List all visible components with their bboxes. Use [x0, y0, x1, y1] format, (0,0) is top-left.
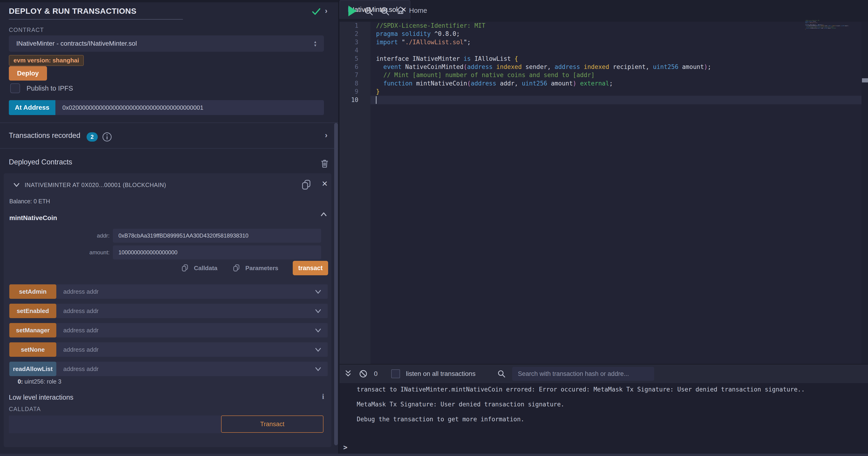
- contract-select-value: INativeMinter - contracts/INativeMinter.…: [16, 40, 137, 47]
- function-row-setEnabled: address addrsetEnabled: [9, 304, 330, 318]
- remove-contract-icon[interactable]: ✕: [321, 179, 328, 188]
- title-underline: [9, 19, 183, 20]
- fn-placeholder[interactable]: address addr: [63, 288, 314, 295]
- deploy-button[interactable]: Deploy: [9, 66, 47, 81]
- function-name: mintNativeCoin: [9, 214, 57, 222]
- publish-ipfs-checkbox[interactable]: [10, 83, 20, 93]
- terminal: 0 listen on all transactions transact to…: [340, 364, 868, 454]
- copy-address-icon[interactable]: [301, 179, 312, 191]
- fn-button-setEnabled[interactable]: setEnabled: [9, 304, 56, 318]
- tab-home[interactable]: Home: [396, 6, 427, 16]
- contract-collapse-chevron-icon[interactable]: [12, 181, 21, 189]
- code-content[interactable]: //SPDX-License-Identifier: MITpragma sol…: [376, 22, 711, 104]
- fn-button-setAdmin[interactable]: setAdmin: [9, 284, 56, 299]
- transact-button[interactable]: transact: [293, 261, 328, 275]
- code-line[interactable]: [805, 30, 862, 31]
- fn-button-setManager[interactable]: setManager: [9, 323, 56, 338]
- function-row-setNone: address addrsetNone: [9, 342, 330, 357]
- terminal-line: transact to INativeMinter.mintNativeCoin…: [357, 386, 805, 393]
- copy-calldata-icon[interactable]: [181, 264, 189, 273]
- terminal-search-input[interactable]: [512, 367, 654, 381]
- code-line[interactable]: event NativeCoinMinted(address indexed s…: [376, 63, 711, 71]
- contract-label: CONTRACT: [9, 27, 44, 33]
- pending-tx-count: 0: [374, 370, 378, 377]
- low-level-info-icon[interactable]: i: [322, 392, 324, 401]
- terminal-prompt[interactable]: >: [343, 443, 347, 451]
- editor-gutter: 12345678910: [340, 22, 365, 104]
- low-level-calldata-input[interactable]: [9, 416, 221, 433]
- amount-field-label: amount:: [4, 249, 113, 256]
- calldata-copy-label[interactable]: Calldata: [194, 264, 217, 272]
- deploy-run-panel: DEPLOY & RUN TRANSACTIONS › CONTRACT INa…: [0, 0, 339, 456]
- terminal-search-icon: [497, 369, 506, 378]
- code-line[interactable]: }: [376, 88, 711, 96]
- info-icon[interactable]: [102, 132, 112, 142]
- contract-balance: Balance: 0 ETH: [9, 198, 50, 205]
- zoom-out-icon[interactable]: [364, 6, 374, 17]
- transactions-count-badge: 2: [87, 132, 98, 142]
- code-line[interactable]: function mintNativeCoin(address addr, ui…: [376, 79, 711, 88]
- function-row-readAllowList: address addrreadAllowList: [9, 362, 330, 376]
- editor-minimap[interactable]: //SPDX-License-Identifier: MITpragma sol…: [805, 20, 862, 113]
- clear-console-icon[interactable]: [359, 369, 368, 378]
- zoom-in-icon[interactable]: [380, 6, 391, 17]
- select-caret-icon: ▲▼: [313, 40, 317, 47]
- editor-cursor: [376, 96, 376, 104]
- code-line[interactable]: [376, 96, 711, 104]
- addr-field-input[interactable]: [113, 229, 321, 243]
- fn-placeholder[interactable]: address addr: [63, 327, 314, 334]
- call-output: 0: uint256: role 3: [18, 378, 61, 385]
- listen-all-checkbox[interactable]: [391, 369, 400, 378]
- fn-button-setNone[interactable]: setNone: [9, 342, 56, 357]
- fn-button-readAllowList[interactable]: readAllowList: [9, 362, 56, 376]
- code-line[interactable]: //SPDX-License-Identifier: MIT: [376, 22, 711, 30]
- terminal-expand-icon[interactable]: [344, 369, 352, 378]
- panel-collapse-chevron[interactable]: ›: [325, 6, 328, 15]
- home-icon: [396, 6, 405, 16]
- expand-chevron-icon[interactable]: [314, 346, 322, 353]
- calldata-section-label: CALLDATA: [9, 406, 41, 412]
- fn-placeholder[interactable]: address addr: [63, 365, 314, 373]
- editor-overview-ruler: [862, 22, 868, 364]
- tab-home-label: Home: [409, 7, 427, 15]
- contract-select[interactable]: INativeMinter - contracts/INativeMinter.…: [9, 35, 324, 52]
- expand-chevron-icon[interactable]: [314, 326, 322, 334]
- trash-icon[interactable]: [320, 159, 330, 169]
- run-script-icon[interactable]: [348, 6, 357, 16]
- terminal-line: Debug the transaction to get more inform…: [357, 416, 524, 423]
- code-line[interactable]: [376, 46, 711, 55]
- fn-placeholder[interactable]: address addr: [63, 346, 314, 353]
- code-line[interactable]: import "./IAllowList.sol";: [376, 38, 711, 46]
- panel-title: DEPLOY & RUN TRANSACTIONS: [9, 6, 136, 16]
- parameters-copy-label[interactable]: Parameters: [245, 264, 278, 272]
- publish-ipfs-label: Publish to IPFS: [27, 85, 73, 92]
- function-row-setAdmin: address addrsetAdmin: [9, 284, 330, 299]
- low-level-title: Low level interactions: [9, 394, 73, 401]
- evm-version-badge: evm version: shanghai: [9, 55, 84, 66]
- deployed-contract-card: INATIVEMINTER AT 0X020...00001 (BLOCKCHA…: [4, 173, 331, 447]
- at-address-input[interactable]: [55, 100, 324, 115]
- addr-field-label: addr:: [4, 232, 113, 239]
- code-line[interactable]: interface INativeMinter is IAllowList {: [376, 55, 711, 63]
- listen-all-label: listen on all transactions: [406, 370, 476, 377]
- function-collapse-chevron-icon[interactable]: [320, 210, 328, 219]
- amount-field-input[interactable]: [113, 246, 321, 259]
- code-line[interactable]: // Mint [amount] number of native coins …: [376, 71, 711, 79]
- expand-chevron-icon[interactable]: [314, 365, 322, 373]
- code-line[interactable]: pragma solidity ^0.8.0;: [376, 30, 711, 38]
- fn-placeholder[interactable]: address addr: [63, 307, 314, 315]
- copy-parameters-icon[interactable]: [233, 264, 241, 273]
- expand-chevron-icon[interactable]: [314, 288, 322, 295]
- panel-scrollbar[interactable]: [334, 123, 338, 445]
- editor-scrollbar-thumb[interactable]: [862, 78, 868, 82]
- at-address-button[interactable]: At Address: [9, 100, 55, 115]
- transactions-expand-chevron[interactable]: ›: [325, 131, 328, 140]
- low-level-transact-button[interactable]: Transact: [221, 416, 323, 433]
- editor-tabbar: Home INativeMinter.sol ✕: [340, 0, 868, 22]
- contract-instance-title: INATIVEMINTER AT 0X020...00001 (BLOCKCHA…: [25, 182, 166, 189]
- function-row-setManager: address addrsetManager: [9, 323, 330, 338]
- transactions-recorded-label: Transactions recorded: [9, 131, 80, 140]
- terminal-line: MetaMask Tx Signature: User denied trans…: [357, 401, 564, 408]
- expand-chevron-icon[interactable]: [314, 307, 322, 315]
- deployed-contracts-title: Deployed Contracts: [9, 158, 72, 166]
